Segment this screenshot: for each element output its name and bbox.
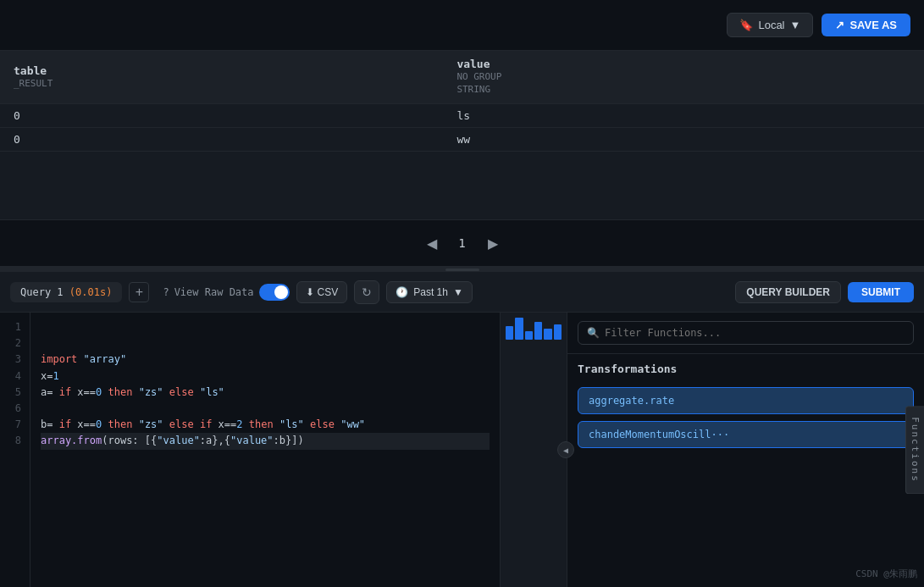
help-icon: ?: [163, 286, 169, 298]
results-area: table _RESULT value NO GROUPSTRING 0 ls …: [0, 51, 924, 220]
code-line-6: [41, 401, 490, 417]
view-raw-label: View Raw Data: [174, 286, 254, 298]
search-icon: 🔍: [587, 327, 600, 339]
time-chevron-icon: ▼: [453, 286, 463, 298]
query-tab[interactable]: Query 1 (0.01s): [10, 282, 122, 302]
local-button[interactable]: 🔖 Local ▼: [727, 13, 813, 37]
save-as-label: SAVE AS: [849, 19, 897, 31]
top-bar: 🔖 Local ▼ ↗ SAVE AS: [0, 0, 924, 51]
right-wrapper: 🔍 Transformations aggregate.ratechandeMo…: [567, 313, 924, 587]
function-item-1[interactable]: chandeMomentumOscill···: [578, 421, 914, 448]
code-line-4: x=1: [41, 368, 490, 385]
download-icon: ⬇: [306, 286, 314, 298]
code-line-5: a= if x==0 then "zs" else "ls": [41, 385, 490, 401]
time-range-label: Past 1h: [413, 286, 448, 298]
export-icon: ↗: [835, 19, 844, 31]
table-cell-col2: ww: [443, 127, 924, 151]
mini-bar-6: [554, 324, 562, 340]
mini-bar-2: [515, 318, 523, 340]
transformations-label: Transformations: [567, 354, 924, 380]
editor-area: 12345678 import "array"x=1a= if x==0 the…: [0, 313, 924, 587]
prev-page-button[interactable]: ◀: [420, 232, 444, 255]
mini-bar-5: [544, 329, 551, 340]
add-query-button[interactable]: +: [129, 282, 149, 302]
function-item-0[interactable]: aggregate.rate: [578, 387, 914, 414]
submit-button[interactable]: SUBMIT: [848, 282, 914, 302]
pagination-bar: ◀ 1 ▶: [0, 220, 924, 267]
filter-search-bar: 🔍: [567, 313, 924, 354]
functions-list: aggregate.ratechandeMomentumOscill···: [567, 380, 924, 587]
table-row: 0 ww: [0, 127, 924, 151]
code-content[interactable]: import "array"x=1a= if x==0 then "zs" el…: [30, 313, 500, 587]
filter-input-container: 🔍: [578, 321, 914, 345]
code-editor[interactable]: 12345678 import "array"x=1a= if x==0 the…: [0, 313, 500, 587]
col-table-name: table: [14, 64, 429, 77]
toggle-knob: [274, 285, 288, 299]
local-label: Local: [758, 19, 784, 31]
col-table-meta: _RESULT: [14, 77, 429, 90]
watermark: CSDN @朱雨鹏: [855, 568, 917, 580]
refresh-button[interactable]: ↻: [354, 280, 379, 304]
filter-functions-input[interactable]: [605, 327, 905, 339]
code-line-3: import "array": [41, 352, 490, 368]
view-raw-toggle[interactable]: [259, 284, 290, 301]
right-content: 🔍 Transformations aggregate.ratechandeMo…: [567, 313, 924, 587]
mini-bar-4: [534, 322, 542, 340]
drag-handle-inner: [445, 269, 479, 271]
collapse-arrow[interactable]: ◀: [557, 441, 574, 458]
bookmark-icon: 🔖: [739, 19, 753, 31]
table-cell-col1: 0: [0, 103, 443, 127]
table-cell-col2: ls: [443, 103, 924, 127]
col-value-meta: NO GROUPSTRING: [456, 70, 910, 97]
query-toolbar: Query 1 (0.01s) + ? View Raw Data ⬇ CSV …: [0, 272, 924, 313]
save-as-button[interactable]: ↗ SAVE AS: [822, 14, 910, 36]
table-header-row: table _RESULT value NO GROUPSTRING: [0, 51, 924, 103]
col-table-header: table _RESULT: [0, 51, 443, 103]
query-time: (0.01s): [69, 286, 113, 298]
mini-bar-3: [525, 331, 533, 340]
table-row: 0 ls: [0, 103, 924, 127]
table-cell-col1: 0: [0, 127, 443, 151]
functions-tab[interactable]: Functions: [905, 406, 924, 494]
col-value-name: value: [456, 58, 910, 70]
code-line-1: [41, 319, 490, 335]
chevron-down-icon: ▼: [790, 19, 801, 31]
current-page: 1: [454, 236, 471, 250]
query-tab-name: Query 1: [20, 286, 64, 298]
csv-button[interactable]: ⬇ CSV: [296, 281, 348, 303]
mini-bars: [504, 316, 563, 341]
csv-label: CSV: [318, 286, 339, 298]
results-table: table _RESULT value NO GROUPSTRING 0 ls …: [0, 51, 924, 152]
code-line-7: b= if x==0 then "zs" else if x==2 then "…: [41, 417, 490, 433]
query-builder-button[interactable]: QUERY BUILDER: [735, 281, 841, 303]
mini-bar-1: [506, 326, 513, 340]
code-line-2: [41, 335, 490, 352]
time-range-button[interactable]: 🕐 Past 1h ▼: [386, 281, 473, 303]
view-raw-toggle-container: ? View Raw Data: [163, 284, 289, 301]
next-page-button[interactable]: ▶: [481, 232, 505, 255]
clock-icon: 🕐: [396, 286, 408, 298]
code-line-8: array.from(rows: [{"value":a},{"value":b…: [41, 433, 490, 449]
col-value-header: value NO GROUPSTRING: [443, 51, 924, 103]
line-numbers: 12345678: [0, 313, 30, 587]
